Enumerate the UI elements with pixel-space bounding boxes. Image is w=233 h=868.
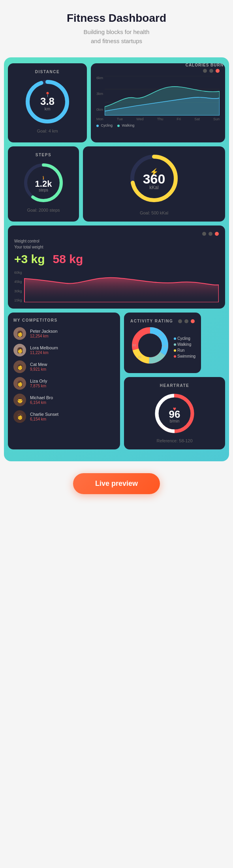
distance-ring: 📍 3.8 km [14,78,81,125]
steps-goal: Goal: 2000 steps [14,208,73,212]
competitor-info-3: Cat Mew 9,921 km [30,362,47,371]
y-label-top: 6km [96,76,103,80]
donut-legend: Cycling Walking Run [174,336,195,360]
minimize-btn-2[interactable] [202,232,206,236]
y-axis: 6km 3km 0km [96,76,103,112]
competitor-info-6: Charlie Sunset 6,154 km [30,412,58,421]
heartrate-reference: Reference: 58-120 [130,438,219,443]
page-title: Fitness Dashboard [8,12,225,25]
calories-label-overlay: CALORIES BURN [186,63,224,67]
svg-text:18: 18 [163,344,167,348]
svg-text:1.2k: 1.2k [35,179,53,189]
cycling-dot [96,125,99,127]
steps-ring: 🚶 1.2k steps [14,161,73,205]
avatar-3: 👩 [13,360,26,373]
calories-goal: Goal: 500 kKal [140,210,168,215]
avatar-5: 👨 [13,394,26,406]
close-btn[interactable] [216,69,220,73]
svg-text:3.8: 3.8 [40,95,54,107]
svg-text:96: 96 [169,408,180,420]
row-2: STEPS 🚶 1.2k steps Goal: 2000 steps [8,146,225,222]
x-axis-labels: Mon Tue Wed Thu Fri Sat Sun [96,117,220,121]
competitor-2: 👩 Lora Melbourn 11,224 km [13,344,115,356]
competitor-info-4: Liza Orly 7,875 km [30,379,47,388]
page-subtitle: Building blocks for healthand fitness st… [8,28,225,45]
area-chart [105,76,220,116]
competitor-name-6: Charlie Sunset [30,412,58,417]
legend-run: Run [174,348,195,353]
competitor-5: 👨 Michael Bro 6,154 km [13,394,115,406]
page-header: Fitness Dashboard Building blocks for he… [0,12,233,45]
steps-label: STEPS [14,153,73,157]
svg-text:21: 21 [138,355,142,359]
run-legend-dot [174,349,176,352]
weight-card: Weight control Your total weight +3 kg 5… [8,226,225,309]
close-btn-3[interactable] [191,319,195,323]
row-3: Weight control Your total weight +3 kg 5… [8,226,225,309]
competitor-info-1: Peter Jackson 12,254 km [30,329,58,338]
competitor-info-5: Michael Bro 6,154 km [30,395,53,405]
refresh-btn-2[interactable] [209,232,212,236]
weight-change-value: +3 kg [14,252,45,266]
weight-window-controls [14,232,219,236]
legend-cycling: Cycling [174,336,195,341]
row-4: MY COMPETITORS 👩 Peter Jackson 12,254 km… [8,313,225,449]
cycling-legend-dot [174,337,176,340]
row-1: DISTANCE 📍 3.8 km Goal: 4 km [8,63,225,142]
weight-control-label: Weight control [14,239,219,243]
competitor-4: 👩 Liza Orly 7,875 km [13,377,115,390]
steps-card: STEPS 🚶 1.2k steps Goal: 2000 steps [8,146,79,222]
legend-walking: Walking [174,342,195,347]
competitor-km-3: 9,921 km [30,367,47,371]
svg-text:km: km [45,106,51,111]
swimming-legend-dot [174,355,176,358]
svg-text:32: 32 [133,343,136,347]
svg-text:kKal: kKal [149,185,158,190]
weight-total-label: Your total weight [14,245,219,249]
svg-text:b/min: b/min [170,419,179,423]
refresh-btn[interactable] [209,69,213,73]
activity-label: ACTIVITY RATING [130,319,173,323]
y-label-mid: 3km [96,92,103,96]
avatar-2: 👩 [13,344,26,356]
competitor-name-1: Peter Jackson [30,329,58,334]
competitors-label: MY COMPETITORS [13,318,115,322]
chart-legend: Cycling Walking [96,123,220,127]
calories-card: ⚡ 360 kKal Goal: 500 kKal [83,146,225,222]
avatar-4: 👩 [13,377,26,390]
competitor-name-2: Lora Melbourn [30,345,58,351]
graph-card: 6km 3km 0km [91,63,225,142]
weight-y-axis: 60kg 45kg 30kg 15kg [14,271,22,302]
competitor-km-4: 7,875 km [30,384,47,388]
competitor-name-5: Michael Bro [30,395,53,400]
calories-ring: ⚡ 360 kKal [128,153,180,204]
minimize-btn[interactable] [203,69,207,73]
distance-label: DISTANCE [14,70,81,74]
refresh-btn-3[interactable] [184,319,188,323]
avatar-1: 👩 [13,327,26,340]
y-label-bot: 0km [96,108,103,112]
minimize-btn-3[interactable] [178,319,182,323]
competitor-km-6: 6,154 km [30,417,58,421]
legend-swimming: Swimming [174,354,195,358]
competitor-3: 👩 Cat Mew 9,921 km [13,360,115,373]
heartrate-label: HEARTRATE [130,383,219,388]
close-btn-2[interactable] [215,232,219,236]
weight-chart [24,271,219,302]
weight-values: +3 kg 58 kg [14,252,219,266]
heartrate-card: HEARTRATE ♥ 96 b/min Reference: 58-120 [124,377,225,449]
activity-content: 37 18 21 32 Cycling [130,326,195,367]
window-controls [96,69,220,73]
competitors-card: MY COMPETITORS 👩 Peter Jackson 12,254 km… [8,313,120,449]
competitor-km-1: 12,254 km [30,334,58,338]
live-preview-button[interactable]: Live preview [73,473,160,494]
avatar-6: 👩 [13,410,26,423]
competitor-1: 👩 Peter Jackson 12,254 km [13,327,115,340]
svg-text:steps: steps [39,188,48,192]
donut-chart: 37 18 21 32 [130,326,170,365]
competitor-km-5: 6,154 km [30,400,53,405]
walking-legend-dot [174,343,176,346]
donut-chart-wrapper: 37 18 21 32 [130,326,170,367]
svg-text:360: 360 [143,171,165,186]
svg-text:37: 37 [159,333,162,337]
